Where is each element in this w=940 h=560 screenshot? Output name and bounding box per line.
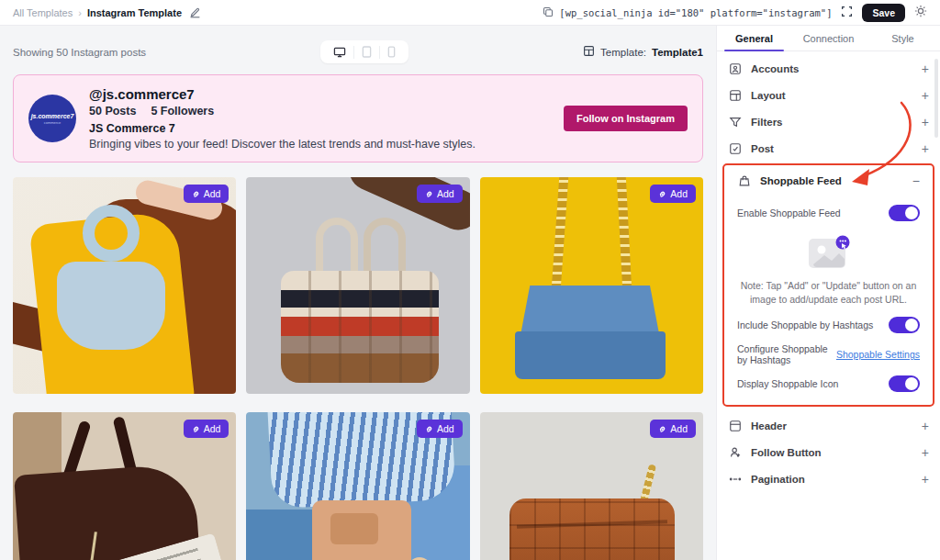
sidebar-item-label: Follow Button [751,447,822,458]
avatar: js.commerce7 commerce [28,95,76,142]
post-tile: Add [480,177,703,394]
add-label: Add [670,423,688,434]
avatar-text: js.commerce7 [31,113,74,119]
shoppable-note: Note: Tap "Add" or "Update" button on an… [737,231,920,307]
filter-icon [728,116,742,129]
accounts-icon [728,62,742,75]
template-value: Template1 [652,47,703,58]
tablet-preview-button[interactable] [354,44,379,60]
shopping-bag-icon [737,174,751,187]
sidebar-item-label: Post [751,143,774,154]
top-bar: All Templates › Instagram Template [wp_s… [0,0,940,26]
fullscreen-icon[interactable] [841,5,853,21]
showing-posts-text: Showing 50 Instagram posts [13,47,146,58]
sidebar-item-filters[interactable]: Filters + [728,108,929,135]
copy-shortcode-icon[interactable] [543,5,554,21]
sidebar-item-post[interactable]: Post + [728,135,929,162]
settings-sidebar: General Connection Style Accounts + Layo… [716,26,940,560]
enable-shoppable-toggle[interactable] [889,205,920,221]
template-selector[interactable]: Template: Template1 [583,45,703,59]
sidebar-item-label: Filters [751,117,783,128]
post-tile: Add [13,412,236,560]
add-label: Add [437,188,454,199]
enable-shoppable-label: Enable Shoppable Feed [737,207,841,218]
add-label: Add [437,423,454,434]
add-label: Add [204,188,221,199]
display-icon-label: Display Shoppable Icon [737,378,838,389]
edit-title-icon[interactable] [189,6,201,18]
followers-count: 5 Followers [151,105,214,118]
profile-bio: Bringing vibes to your feed! Discover th… [89,138,476,151]
post-tile: Add [480,412,703,560]
follow-instagram-button[interactable]: Follow on Instagram [564,106,688,131]
post-image [480,177,703,394]
expand-icon[interactable]: + [922,420,929,432]
sidebar-item-follow-button[interactable]: Follow Button + [728,439,929,465]
sidebar-item-header[interactable]: Header + [728,412,929,439]
save-button[interactable]: Save [862,4,905,22]
add-post-url-button[interactable]: Add [184,420,229,438]
breadcrumb-root[interactable]: All Templates [13,7,73,18]
enable-shoppable-row: Enable Shoppable Feed [737,205,920,221]
expand-icon[interactable]: + [922,142,929,155]
display-icon-toggle[interactable] [889,375,920,392]
add-label: Add [204,423,221,434]
shoppable-settings-link[interactable]: Shoppable Settings [836,349,920,360]
sidebar-scrollbar[interactable] [934,59,938,138]
post-image [13,177,236,394]
template-icon [583,45,595,59]
profile-display-name: JS Commerce 7 [89,122,476,135]
add-post-url-button[interactable]: Add [417,420,463,438]
sidebar-item-layout[interactable]: Layout + [728,82,929,108]
posts-grid: Add Add Add [13,177,703,560]
add-post-url-button[interactable]: Add [417,185,463,203]
tab-style[interactable]: Style [866,26,940,50]
include-hashtags-row: Include Shoppable by Hashtags [737,317,920,333]
user-plus-icon [728,446,742,459]
expand-icon[interactable]: + [922,116,929,129]
expand-icon[interactable]: + [922,473,929,486]
shortcode-text: [wp_social_ninja id="180" platform="inst… [559,7,832,18]
mobile-preview-button[interactable] [380,44,403,60]
add-post-url-button[interactable]: Add [650,185,696,203]
template-label: Template: [600,47,646,58]
device-switcher [320,40,408,63]
post-tile: Add [246,177,469,394]
sidebar-item-shoppable-feed[interactable]: Shoppable Feed − [737,167,920,195]
sidebar-item-label: Header [751,420,787,431]
display-icon-row: Display Shoppable Icon [737,375,920,392]
desktop-preview-button[interactable] [326,45,353,60]
sidebar-item-pagination[interactable]: Pagination + [728,465,929,492]
tab-connection[interactable]: Connection [791,26,866,50]
shoppable-title: Shoppable Feed [760,175,842,186]
post-icon [728,142,742,155]
collapse-icon[interactable]: − [912,174,920,187]
posts-count: 50 Posts [89,105,136,118]
expand-icon[interactable]: + [922,446,929,459]
post-tile: Add [13,177,236,394]
layout-icon [728,89,742,102]
expand-icon[interactable]: + [922,62,929,75]
include-hashtags-toggle[interactable] [889,317,920,333]
tab-general[interactable]: General [717,26,791,50]
expand-icon[interactable]: + [922,89,929,102]
configure-hashtags-label: Configure Shoppable by Hashtags [737,343,836,365]
shoppable-note-text: Note: Tap "Add" or "Update" button on an… [737,279,920,307]
breadcrumb-separator: › [78,7,82,18]
shoppable-feed-section: Shoppable Feed − Enable Shoppable Feed [722,163,934,407]
add-post-url-button[interactable]: Add [650,420,696,438]
sidebar-tabs: General Connection Style [717,26,940,51]
light-mode-icon[interactable] [914,5,927,21]
breadcrumb-current: Instagram Template [87,7,182,18]
add-label: Add [670,188,688,199]
sidebar-item-accounts[interactable]: Accounts + [728,55,929,82]
post-image [246,177,469,394]
image-placeholder-icon [808,235,850,274]
sidebar-item-label: Layout [751,90,786,101]
include-hashtags-label: Include Shoppable by Hashtags [737,319,873,330]
configure-hashtags-row: Configure Shoppable by Hashtags Shoppabl… [737,343,920,365]
profile-header-card: js.commerce7 commerce @js.commerce7 50 P… [13,74,703,162]
add-post-url-button[interactable]: Add [184,185,229,203]
preview-area: Showing 50 Instagram posts [0,26,716,560]
preview-toolbar: Showing 50 Instagram posts [13,26,703,74]
